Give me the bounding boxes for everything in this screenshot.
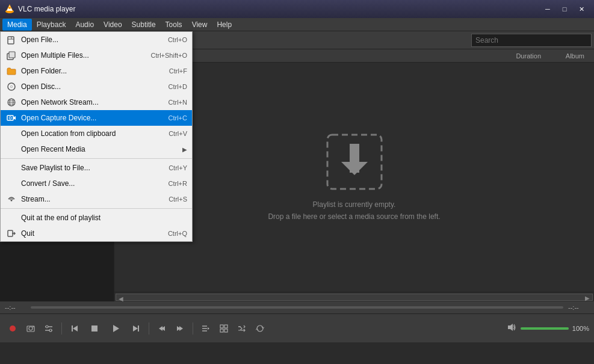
svg-point-36 (29, 327, 32, 330)
menu-bar: Media Playback Audio Video Subtitle Tool… (0, 18, 594, 31)
svg-rect-20 (8, 230, 13, 236)
seek-bar[interactable] (31, 306, 563, 309)
divider-1 (61, 322, 62, 335)
save-playlist-shortcut: Ctrl+Y (169, 164, 187, 171)
menu-item-open-recent[interactable]: Open Recent Media ▶ (1, 141, 192, 157)
menu-item-open-file[interactable]: Open File... Ctrl+O (1, 32, 192, 48)
search-input[interactable] (471, 34, 592, 47)
open-multiple-icon (5, 49, 17, 61)
open-capture-shortcut: Ctrl+C (169, 114, 187, 122)
svg-point-3 (8, 7, 11, 9)
menu-tools[interactable]: Tools (161, 19, 187, 31)
horizontal-scrollbar[interactable]: ◀ ▶ (116, 294, 593, 301)
svg-marker-45 (113, 325, 119, 332)
shuffle-button[interactable] (234, 321, 250, 336)
app-title: VLC media player (18, 5, 540, 13)
menu-audio[interactable]: Audio (70, 19, 99, 31)
open-multiple-shortcut: Ctrl+Shift+O (150, 52, 187, 59)
open-folder-shortcut: Ctrl+F (169, 67, 187, 75)
prev-button[interactable] (67, 321, 82, 336)
convert-icon (5, 177, 17, 190)
seek-bar-area: --:-- --:-- (0, 301, 594, 313)
divider-2 (149, 322, 149, 335)
stream-shortcut: Ctrl+S (169, 196, 187, 203)
separator-1 (1, 158, 192, 159)
open-location-icon (5, 128, 17, 140)
svg-point-34 (10, 325, 16, 332)
menu-item-open-folder[interactable]: Open Folder... Ctrl+F (1, 63, 192, 79)
open-disc-label: Open Disc... (21, 82, 169, 91)
divider-3 (193, 322, 193, 335)
svg-point-10 (11, 86, 12, 87)
svg-rect-57 (224, 325, 227, 328)
menu-item-convert[interactable]: Convert / Save... Ctrl+R (1, 176, 192, 191)
record-button[interactable] (5, 321, 20, 336)
extended-panel-button[interactable] (216, 321, 232, 336)
maximize-button[interactable]: □ (557, 3, 572, 15)
menu-item-open-location[interactable]: Open Location from clipboard Ctrl+V (1, 126, 192, 141)
open-network-icon (5, 96, 17, 108)
next-button[interactable] (128, 321, 144, 336)
svg-rect-56 (220, 325, 223, 328)
open-folder-icon (5, 65, 17, 77)
svg-rect-43 (72, 325, 73, 332)
quit-end-label: Quit at the end of playlist (21, 214, 187, 222)
quit-label: Quit (21, 229, 168, 238)
extended-settings-button[interactable] (41, 321, 57, 336)
scroll-right-arrow[interactable]: ▶ (585, 295, 590, 301)
menu-item-open-capture[interactable]: Open Capture Device... Ctrl+C (1, 110, 192, 126)
svg-marker-55 (208, 327, 209, 330)
loop-button[interactable] (252, 321, 268, 336)
menu-media[interactable]: Media (2, 19, 32, 31)
drop-icon (324, 132, 385, 192)
snapshot-button[interactable] (23, 321, 39, 336)
frame-fwd-button[interactable] (172, 321, 188, 336)
col-duration-header: Duration (493, 52, 541, 60)
close-button[interactable]: ✕ (574, 3, 589, 15)
menu-item-save-playlist[interactable]: Save Playlist to File... Ctrl+Y (1, 160, 192, 176)
scroll-left-arrow[interactable]: ◀ (116, 295, 126, 303)
stream-label: Stream... (21, 195, 169, 203)
menu-item-quit-end[interactable]: Quit at the end of playlist (1, 210, 192, 226)
quit-shortcut: Ctrl+Q (168, 230, 187, 237)
menu-playback[interactable]: Playback (32, 19, 71, 31)
svg-point-18 (9, 117, 11, 119)
menu-item-open-network[interactable]: Open Network Stream... Ctrl+N (1, 94, 192, 110)
playlist-empty-text: Playlist is currently empty. Drop a file… (268, 199, 440, 222)
minimize-button[interactable]: ─ (540, 3, 555, 15)
empty-line1: Playlist is currently empty. (313, 200, 396, 209)
quit-icon (5, 227, 17, 239)
menu-video[interactable]: Video (99, 19, 126, 31)
play-button[interactable] (107, 319, 126, 338)
open-file-label: Open File... (21, 35, 168, 44)
svg-rect-47 (138, 325, 139, 332)
total-time: --:-- (568, 304, 589, 311)
open-recent-label: Open Recent Media (21, 145, 182, 153)
save-playlist-icon (5, 162, 17, 174)
menu-view[interactable]: View (187, 19, 212, 31)
menu-help[interactable]: Help (212, 19, 237, 31)
media-dropdown: Open File... Ctrl+O Open Multiple Files.… (0, 31, 193, 242)
volume-bar[interactable] (521, 327, 569, 330)
col-album-header: Album (541, 52, 589, 60)
menu-item-open-multiple[interactable]: Open Multiple Files... Ctrl+Shift+O (1, 48, 192, 63)
open-folder-label: Open Folder... (21, 67, 169, 75)
convert-shortcut: Ctrl+R (169, 180, 187, 187)
svg-rect-58 (220, 329, 223, 332)
svg-point-40 (46, 325, 48, 328)
open-location-shortcut: Ctrl+V (169, 130, 187, 137)
open-network-shortcut: Ctrl+N (169, 99, 187, 106)
scrollbar-area: ◀ ▶ (114, 292, 594, 301)
volume-fill (521, 327, 569, 330)
menu-item-open-disc[interactable]: Open Disc... Ctrl+D (1, 79, 192, 94)
volume-icon (507, 322, 517, 334)
frame-back-button[interactable] (154, 321, 170, 336)
open-network-label: Open Network Stream... (21, 98, 169, 106)
menu-subtitle[interactable]: Subtitle (127, 19, 161, 31)
stop-button[interactable] (85, 319, 104, 338)
separator-2 (1, 208, 192, 209)
menu-item-quit[interactable]: Quit Ctrl+Q (1, 226, 192, 241)
menu-item-stream[interactable]: Stream... Ctrl+S (1, 191, 192, 207)
open-file-icon (5, 34, 17, 46)
playlist-button[interactable] (198, 321, 214, 336)
